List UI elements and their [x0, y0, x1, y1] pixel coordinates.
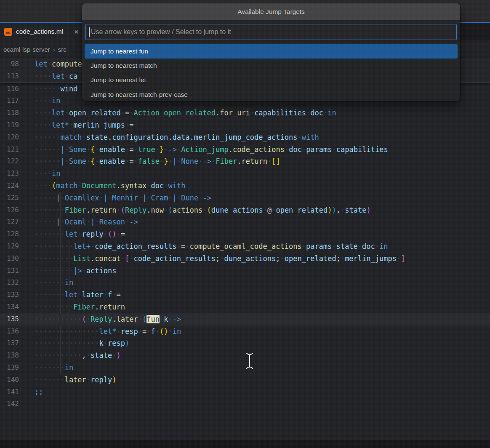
- code-token: |: [56, 218, 60, 226]
- code-line-content[interactable]: ····in: [35, 95, 60, 107]
- code-token: ·: [306, 109, 310, 117]
- code-token: ·: [138, 194, 142, 202]
- code-line-129[interactable]: 129·········let+·code_action_results·=·c…: [0, 240, 490, 253]
- code-line-content[interactable]: ·········let+·code_action_results·=·comp…: [35, 240, 388, 253]
- code-line-133[interactable]: 133·······let·later·f·=: [0, 289, 490, 301]
- code-line-content[interactable]: ···········,·state·): [35, 349, 121, 362]
- code-line-content[interactable]: ······wind: [35, 83, 77, 95]
- breadcrumb-segment[interactable]: ocaml-lsp-server: [3, 46, 50, 53]
- quickpick-item[interactable]: Jump to nearest match: [85, 59, 458, 73]
- code-token: open_related: [276, 206, 328, 214]
- code-line-content[interactable]: ·······in: [35, 277, 73, 289]
- code-token: ·: [358, 242, 362, 251]
- code-token: true: [138, 145, 155, 154]
- code-line-141[interactable]: 141;;: [0, 386, 490, 398]
- quickpick-item[interactable]: Jump to nearest let: [85, 73, 458, 87]
- code-token: ·: [104, 230, 108, 238]
- code-line-content[interactable]: ·······let·later·f·=: [35, 289, 121, 301]
- code-line-120[interactable]: 120······match·state.configuration.data.…: [0, 131, 490, 144]
- line-number: 132: [0, 277, 19, 289]
- tab-code-actions-ml[interactable]: code_actions.ml ×: [0, 23, 83, 40]
- quick-pick-input[interactable]: [85, 24, 457, 40]
- code-token: =: [181, 242, 185, 251]
- code-line-140[interactable]: 140·······later·reply): [0, 374, 490, 386]
- code-line-content[interactable]: ······match·state.configuration.data.mer…: [35, 131, 319, 144]
- code-token: ·: [60, 194, 64, 202]
- code-line-content[interactable]: ···········(·Reply.later·(fun·k·->: [35, 313, 181, 325]
- code-line-content[interactable]: ······|·Some·{·enable·=·false·}·|·None·-…: [35, 155, 280, 168]
- code-line-135[interactable]: 135···········(·Reply.later·(fun·k·->: [0, 313, 490, 325]
- code-token: resp: [121, 327, 138, 336]
- code-token: params: [306, 242, 332, 251]
- code-line-128[interactable]: 128·······let·reply·()·=: [0, 228, 490, 240]
- line-number: 139: [0, 362, 19, 374]
- line-number: 117: [0, 95, 19, 107]
- code-token: ·: [86, 145, 91, 154]
- code-line-121[interactable]: 121······|·Some·{·enable·=·true·}·->·Act…: [0, 144, 490, 156]
- code-line-119[interactable]: 119····let*·merlin_jumps·=: [0, 119, 490, 131]
- code-token: ·: [60, 218, 64, 226]
- code-token: match: [56, 181, 77, 190]
- code-token: Action_open_related: [134, 109, 216, 117]
- code-line-content[interactable]: ·······let·reply·()·=: [35, 228, 125, 240]
- code-line-content[interactable]: ;;: [35, 386, 43, 398]
- code-line-content[interactable]: ······|·Some·{·enable·=·true·}·->·Action…: [35, 144, 388, 156]
- code-line-content[interactable]: ·······Fiber.return·(Reply.now·(actions·…: [35, 204, 371, 216]
- code-line-content[interactable]: ·······in: [35, 362, 73, 374]
- code-line-123[interactable]: 123····in: [0, 168, 490, 180]
- code-token: in: [328, 109, 336, 117]
- code-line-content[interactable]: ·······later·reply): [35, 374, 117, 386]
- code-line-content[interactable]: ····(match·Document.syntax·doc·with: [35, 180, 185, 192]
- code-line-content[interactable]: ···············k·resp): [35, 337, 129, 349]
- code-token: =: [117, 291, 121, 299]
- code-line-132[interactable]: 132·······in: [0, 277, 490, 289]
- code-line-137[interactable]: 137···············k·resp): [0, 337, 490, 349]
- line-number: 119: [0, 119, 19, 131]
- code-line-142[interactable]: 142: [0, 398, 490, 410]
- code-token: ·······: [35, 230, 65, 238]
- code-token: .: [229, 145, 233, 154]
- code-line-content[interactable]: ·········|>·actions: [35, 265, 117, 277]
- code-line-content[interactable]: ····let·ca: [35, 70, 77, 83]
- code-line-124[interactable]: 124····(match·Document.syntax·doc·with: [0, 180, 490, 192]
- code-line-content[interactable]: ····in: [35, 168, 60, 180]
- line-number: 123: [0, 168, 19, 180]
- code-token: ca: [69, 72, 77, 80]
- code-line-127[interactable]: 127·····|·Ocaml·|·Reason·->: [0, 216, 490, 228]
- code-token: =: [125, 109, 129, 117]
- quickpick-item[interactable]: Jump to nearest fun: [85, 44, 458, 59]
- code-token: |: [56, 194, 60, 202]
- code-line-136[interactable]: 136···············let*·resp·=·f·()·in: [0, 325, 490, 338]
- code-line-content[interactable]: ·········Fiber.return: [35, 301, 125, 313]
- vscode-window: { "colors": { "accent_blue": "#2472c8", …: [0, 0, 490, 448]
- code-line-content[interactable]: ·····|·Ocamllex·|·Menhir·|·Cram·|·Dune·-…: [35, 192, 211, 204]
- breadcrumb-segment[interactable]: src: [58, 46, 67, 53]
- code-token: ·: [86, 376, 91, 384]
- code-line-content[interactable]: ·····|·Ocaml·|·Reason·->: [35, 216, 138, 228]
- code-token: doc: [310, 109, 323, 117]
- code-token: (: [142, 315, 146, 323]
- code-token: Action_jump: [181, 145, 229, 154]
- code-line-content[interactable]: ····let*·merlin_jumps·=: [35, 119, 133, 131]
- code-token: ): [112, 376, 116, 384]
- code-line-122[interactable]: 122······|·Some·{·enable·=·false·}·|·Non…: [0, 155, 490, 168]
- line-number: 122: [0, 155, 19, 168]
- code-line-content[interactable]: ·········List.concat·[·code_action_resul…: [35, 253, 405, 265]
- code-line-125[interactable]: 125·····|·Ocamllex·|·Menhir·|·Cram·|·Dun…: [0, 192, 490, 204]
- ibeam-mouse-cursor: [245, 352, 255, 371]
- code-line-118[interactable]: 118····let·open_related·=·Action_open_re…: [0, 107, 490, 119]
- editor[interactable]: 98let·compute113····let·ca 116······wind…: [0, 58, 490, 448]
- code-line-content[interactable]: let·compute: [35, 58, 82, 70]
- code-token: |: [104, 194, 108, 202]
- quickpick-item[interactable]: Jump to nearest match-prev-case: [85, 88, 458, 102]
- close-icon[interactable]: ×: [74, 28, 79, 36]
- code-line-130[interactable]: 130·········List.concat·[·code_action_re…: [0, 253, 490, 265]
- code-token: ]: [401, 254, 405, 263]
- code-line-134[interactable]: 134·········Fiber.return: [0, 301, 490, 313]
- code-line-131[interactable]: 131·········|>·actions: [0, 265, 490, 277]
- code-line-content[interactable]: ···············let*·resp·=·f·()·in: [35, 325, 181, 338]
- code-line-content[interactable]: ····let·open_related·=·Action_open_relat…: [35, 107, 336, 119]
- code-token: ·: [65, 145, 69, 154]
- code-token: ·: [112, 291, 116, 299]
- code-line-126[interactable]: 126·······Fiber.return·(Reply.now·(actio…: [0, 204, 490, 216]
